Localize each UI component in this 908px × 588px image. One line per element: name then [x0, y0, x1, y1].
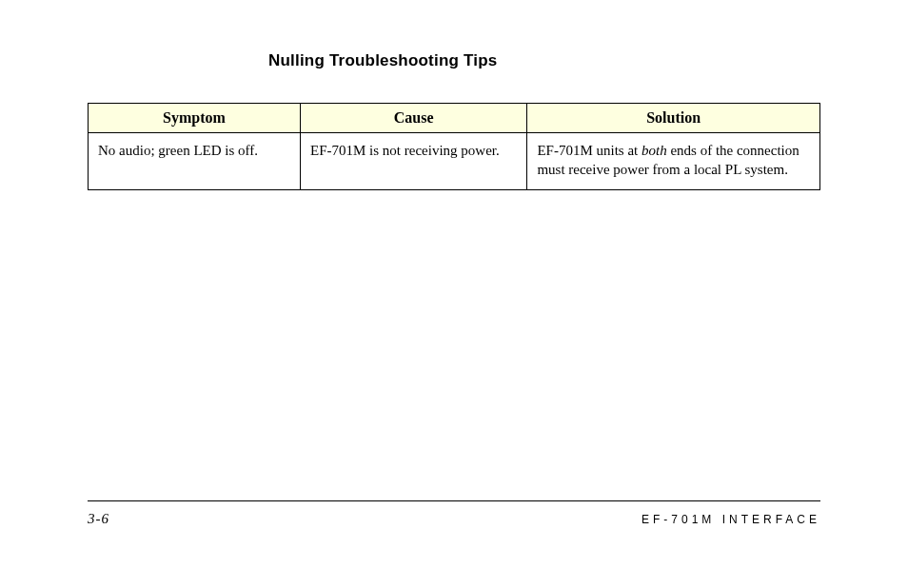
- page-number: 3-6: [88, 511, 109, 527]
- document-title: EF-701M INTERFACE: [642, 513, 820, 526]
- table-header-solution: Solution: [527, 104, 820, 133]
- page-footer: 3-6 EF-701M INTERFACE: [88, 500, 820, 527]
- cell-symptom: No audio; green LED is off.: [89, 133, 301, 190]
- table-header-symptom: Symptom: [89, 104, 301, 133]
- solution-emphasis: both: [642, 143, 667, 158]
- troubleshooting-table: Symptom Cause Solution No audio; green L…: [88, 103, 820, 190]
- cell-solution: EF-701M units at both ends of the connec…: [527, 133, 820, 190]
- cell-cause: EF-701M is not receiving power.: [301, 133, 527, 190]
- section-heading: Nulling Troubleshooting Tips: [268, 51, 820, 70]
- table-header-cause: Cause: [301, 104, 527, 133]
- table-row: No audio; green LED is off. EF-701M is n…: [89, 133, 820, 190]
- solution-pre: EF-701M units at: [537, 143, 642, 158]
